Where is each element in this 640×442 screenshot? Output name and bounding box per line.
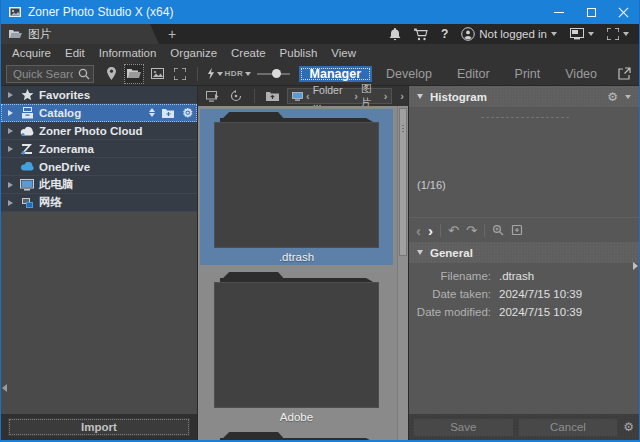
sidebar-item-label: Zonerama <box>39 143 94 155</box>
sidebar-item-label: Catalog <box>39 107 81 119</box>
chevron-down-icon <box>588 32 594 36</box>
show-on-display-button[interactable] <box>202 86 222 106</box>
catalog-icon <box>20 106 34 119</box>
onedrive-cloud-icon <box>20 160 34 173</box>
histogram-baseline <box>481 117 569 118</box>
main-toolbar: HDR Manager Develop Editor Print Video <box>1 62 639 86</box>
sort-icon[interactable] <box>149 108 155 117</box>
fullscreen-view-button[interactable] <box>170 64 190 84</box>
expand-arrow-icon[interactable] <box>8 128 13 134</box>
preview-image-button[interactable] <box>147 64 167 84</box>
browse-folders-button[interactable] <box>124 64 144 84</box>
notifications-bell-icon[interactable] <box>389 28 401 41</box>
thumbnail-size-slider[interactable] <box>257 64 290 84</box>
menu-create[interactable]: Create <box>224 47 273 59</box>
import-button[interactable]: Import <box>8 418 190 436</box>
histogram-settings-gear-icon[interactable]: ⚙ <box>607 91 618 103</box>
browser-header: ‹ Folder ... › 图片 › › <box>198 86 408 106</box>
quick-edit-icon[interactable] <box>492 224 504 236</box>
menu-edit[interactable]: Edit <box>58 47 92 59</box>
tab-pictures[interactable]: 图片 <box>1 24 159 44</box>
rotate-left-icon[interactable]: ↶ <box>448 224 459 237</box>
auto-rotate-button[interactable] <box>226 86 246 106</box>
expand-arrow-icon[interactable] <box>8 200 13 206</box>
module-print[interactable]: Print <box>504 66 552 82</box>
save-button[interactable]: Save <box>414 419 513 436</box>
field-label: Date modified: <box>409 306 499 318</box>
menu-publish[interactable]: Publish <box>273 47 325 59</box>
panel-settings-gear-icon[interactable]: ⚙ <box>623 421 634 433</box>
info-panel: Histogram ⚙ (1/16) ‹ › ↶ ↷ <box>409 86 639 440</box>
undock-window-button[interactable] <box>614 64 634 84</box>
breadcrumb-parent[interactable]: Folder ... <box>313 84 352 108</box>
hdr-button[interactable]: HDR <box>228 64 248 84</box>
module-develop[interactable]: Develop <box>375 66 443 82</box>
display-menu[interactable] <box>570 28 594 40</box>
folder-tile-adobe[interactable]: Adobe <box>200 269 393 425</box>
account-menu[interactable]: Not logged in <box>461 27 557 41</box>
menu-acquire[interactable]: Acquire <box>5 47 58 59</box>
folder-tile-partial[interactable] <box>200 429 393 440</box>
sidebar-item-label: Zoner Photo Cloud <box>39 125 142 137</box>
rotate-right-icon[interactable]: ↷ <box>466 224 477 237</box>
map-pin-button[interactable] <box>101 64 121 84</box>
module-manager[interactable]: Manager <box>299 66 372 82</box>
sidebar-item-favorites[interactable]: Favorites <box>1 86 197 104</box>
scrollbar-thumb[interactable] <box>399 108 407 256</box>
zonerama-icon <box>20 142 34 155</box>
menu-information[interactable]: Information <box>92 47 164 59</box>
field-value: 2024/7/15 10:39 <box>499 306 582 318</box>
minimize-button[interactable] <box>543 0 575 24</box>
next-file-icon[interactable]: › <box>428 223 433 238</box>
compare-add-icon[interactable] <box>511 224 523 236</box>
close-button[interactable] <box>607 0 639 24</box>
flash-auto-button[interactable] <box>205 64 225 84</box>
folder-name: .dtrash <box>200 248 393 265</box>
app-icon <box>8 5 22 19</box>
histogram-header[interactable]: Histogram ⚙ <box>409 86 639 107</box>
chevron-down-icon[interactable] <box>625 95 631 99</box>
previous-file-icon[interactable]: ‹ <box>416 223 421 238</box>
chevron-right-icon[interactable]: › <box>354 90 358 102</box>
tab-label: 图片 <box>28 27 51 42</box>
expand-arrow-icon[interactable] <box>8 110 13 116</box>
new-tab-button[interactable]: + <box>159 24 185 44</box>
catalog-settings-gear-icon[interactable]: ⚙ <box>182 107 193 119</box>
general-header[interactable]: General <box>409 242 639 263</box>
sidebar-item-this-pc[interactable]: 此电脑 <box>1 176 197 194</box>
add-folder-icon[interactable] <box>162 108 175 118</box>
scrollbar-grip <box>402 125 404 134</box>
cart-icon[interactable] <box>414 28 428 41</box>
chevron-right-icon[interactable]: › <box>384 90 388 102</box>
expand-arrow-icon[interactable] <box>8 182 13 188</box>
sidebar-item-zoner-photo-cloud[interactable]: Zoner Photo Cloud <box>1 122 197 140</box>
vertical-scrollbar[interactable] <box>397 106 408 440</box>
maximize-button[interactable] <box>575 0 607 24</box>
network-icon <box>20 196 34 209</box>
main-content: Favorites Catalog ⚙ <box>1 86 639 440</box>
sidebar-item-catalog[interactable]: Catalog ⚙ <box>1 104 197 122</box>
panel-empty-area <box>409 321 639 414</box>
collapse-sidebar-icon[interactable] <box>2 384 7 392</box>
expand-arrow-icon[interactable] <box>8 146 13 152</box>
expand-arrow-icon[interactable] <box>8 92 13 98</box>
slider-knob[interactable] <box>272 69 281 78</box>
menu-organize[interactable]: Organize <box>163 47 224 59</box>
sidebar-item-zonerama[interactable]: Zonerama <box>1 140 197 158</box>
help-icon[interactable]: ? <box>441 27 448 41</box>
menu-view[interactable]: View <box>324 47 363 59</box>
fullscreen-menu[interactable] <box>607 28 629 40</box>
breadcrumb-overflow-icon[interactable]: › <box>400 90 404 102</box>
module-video[interactable]: Video <box>554 66 608 82</box>
module-editor[interactable]: Editor <box>446 66 501 82</box>
expand-panel-icon[interactable] <box>633 262 638 270</box>
folder-up-button[interactable] <box>263 86 283 106</box>
chevron-left-icon[interactable]: ‹ <box>306 90 310 102</box>
folder-tile-dtrash[interactable]: .dtrash <box>200 109 393 265</box>
sidebar-item-onedrive[interactable]: OneDrive <box>1 158 197 176</box>
cancel-button[interactable]: Cancel <box>519 419 618 436</box>
catalog-row-tools: ⚙ <box>149 107 193 119</box>
chevron-down-icon <box>551 32 557 36</box>
sidebar-item-network[interactable]: 网络 <box>1 194 197 212</box>
field-label: Date taken: <box>409 288 499 300</box>
